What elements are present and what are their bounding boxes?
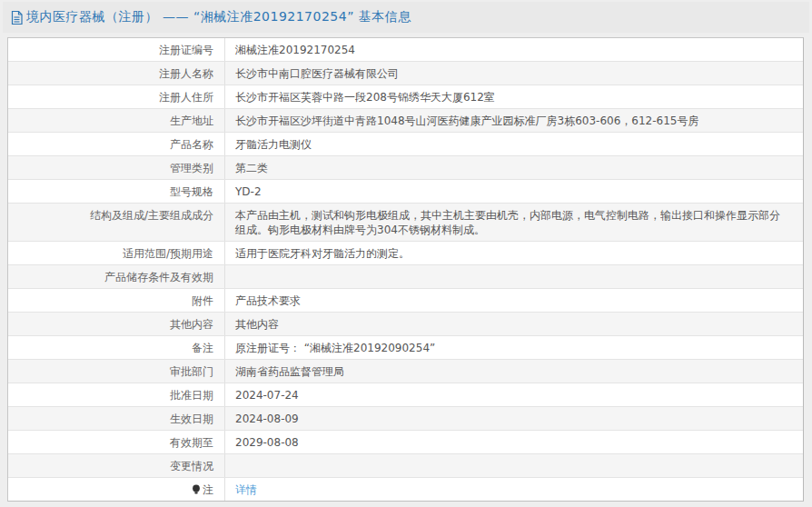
row-label: 注册证编号 xyxy=(8,38,225,61)
row-label: 注册人住所 xyxy=(8,85,225,108)
row-label-text: 产品储存条件及有效期 xyxy=(104,270,213,284)
row-label: 生效日期 xyxy=(8,407,225,430)
row-label: 有效期至 xyxy=(8,431,225,453)
row-value: 本产品由主机，测试和钩形电极组成，其中主机主要由机壳，内部电源，电气控制电路，输… xyxy=(225,204,803,241)
row-label-text: 注 xyxy=(203,482,213,497)
row-label: 适用范围/预期用途 xyxy=(8,242,225,264)
row-label: 审批部门 xyxy=(8,360,225,383)
table-row: 产品名称 牙髓活力电测仪 xyxy=(8,132,803,155)
row-value: 适用于医院牙科对牙髓活力的测定。 xyxy=(225,242,803,264)
row-label-text: 管理类别 xyxy=(170,161,213,175)
header-bar: 境内医疗器械（注册） —— “湘械注准20192170254” 基本信息 xyxy=(3,2,809,33)
row-label-text: 备注 xyxy=(192,341,213,355)
row-label-text: 生产地址 xyxy=(170,114,213,128)
table-row: 注 详情 xyxy=(8,477,803,501)
row-label-text: 生效日期 xyxy=(170,412,213,426)
table-row: 备注 原注册证号： “湘械注准20192090254” xyxy=(8,335,803,359)
table-row: 生产地址 长沙市开福区沙坪街道中青路1048号山河医药健康产业园标准厂房3栋60… xyxy=(8,108,803,132)
table-row: 有效期至 2029-08-08 xyxy=(8,430,803,453)
row-value: 长沙市中南口腔医疗器械有限公司 xyxy=(225,62,803,84)
row-label: 管理类别 xyxy=(8,156,225,179)
row-label: 附件 xyxy=(8,289,225,312)
row-value: 其他内容 xyxy=(225,313,803,335)
row-value: 2024-07-24 xyxy=(225,383,803,406)
row-label-text: 注册人住所 xyxy=(159,90,213,104)
row-label: 备注 xyxy=(8,336,225,359)
row-value: 详情 xyxy=(225,478,803,501)
row-value: 湘械注准20192170254 xyxy=(225,38,803,61)
row-value: YD-2 xyxy=(225,180,803,203)
row-value: 2024-08-09 xyxy=(225,407,803,430)
table-row: 变更情况 xyxy=(8,453,803,477)
row-value: 原注册证号： “湘械注准20192090254” xyxy=(225,336,803,359)
row-value xyxy=(225,265,803,288)
row-value: 长沙市开福区沙坪街道中青路1048号山河医药健康产业园标准厂房3栋603-606… xyxy=(225,109,803,132)
document-icon xyxy=(11,11,23,25)
row-label-text: 批准日期 xyxy=(170,388,213,403)
note-bulb-icon xyxy=(192,484,201,495)
row-label: 批准日期 xyxy=(8,383,225,406)
row-label: 变更情况 xyxy=(8,454,225,477)
row-label: 结构及组成/主要组成成分 xyxy=(8,204,225,241)
table-row: 审批部门 湖南省药品监督管理局 xyxy=(8,359,803,383)
row-label-text: 变更情况 xyxy=(170,459,213,473)
row-value: 湖南省药品监督管理局 xyxy=(225,360,803,383)
row-label-text: 其他内容 xyxy=(170,317,213,332)
table-row: 型号规格 YD-2 xyxy=(8,179,803,203)
row-value: 第二类 xyxy=(225,156,803,179)
row-label-text: 附件 xyxy=(192,293,213,308)
row-value: 产品技术要求 xyxy=(225,289,803,312)
table-row: 批准日期 2024-07-24 xyxy=(8,383,803,406)
table-row: 适用范围/预期用途 适用于医院牙科对牙髓活力的测定。 xyxy=(8,241,803,264)
table-row: 结构及组成/主要组成成分 本产品由主机，测试和钩形电极组成，其中主机主要由机壳，… xyxy=(8,203,803,241)
page-title: 境内医疗器械（注册） —— “湘械注准20192170254” 基本信息 xyxy=(26,9,411,25)
row-label: 其他内容 xyxy=(8,313,225,335)
row-value xyxy=(225,454,803,477)
row-label: 注册人名称 xyxy=(8,62,225,84)
row-label-text: 审批部门 xyxy=(170,364,213,379)
row-label-text: 结构及组成/主要组成成分 xyxy=(90,208,213,223)
table-row: 产品储存条件及有效期 xyxy=(8,264,803,288)
table-row: 生效日期 2024-08-09 xyxy=(8,406,803,430)
table-row: 注册证编号 湘械注准20192170254 xyxy=(8,38,803,61)
row-label: 生产地址 xyxy=(8,109,225,132)
table-row: 管理类别 第二类 xyxy=(8,155,803,179)
table-row: 附件 产品技术要求 xyxy=(8,288,803,312)
row-label: 型号规格 xyxy=(8,180,225,203)
row-label: 注 xyxy=(8,478,225,501)
table-row: 其他内容 其他内容 xyxy=(8,312,803,335)
table-row: 注册人住所 长沙市开福区芙蓉中路一段208号锦绣华天大厦612室 xyxy=(8,84,803,108)
details-link[interactable]: 详情 xyxy=(235,483,257,496)
row-label: 产品名称 xyxy=(8,133,225,155)
table-row: 注册人名称 长沙市中南口腔医疗器械有限公司 xyxy=(8,61,803,84)
row-label-text: 适用范围/预期用途 xyxy=(123,246,213,261)
row-label-text: 注册证编号 xyxy=(159,43,213,57)
row-label-text: 产品名称 xyxy=(170,137,213,152)
row-value: 长沙市开福区芙蓉中路一段208号锦绣华天大厦612室 xyxy=(225,85,803,108)
registration-info-table: 注册证编号 湘械注准20192170254 注册人名称 长沙市中南口腔医疗器械有… xyxy=(7,37,804,502)
row-label-text: 型号规格 xyxy=(170,184,213,199)
row-value: 牙髓活力电测仪 xyxy=(225,133,803,155)
row-label-text: 有效期至 xyxy=(170,435,213,450)
row-value: 2029-08-08 xyxy=(225,431,803,453)
row-label-text: 注册人名称 xyxy=(159,66,213,81)
row-label: 产品储存条件及有效期 xyxy=(8,265,225,288)
